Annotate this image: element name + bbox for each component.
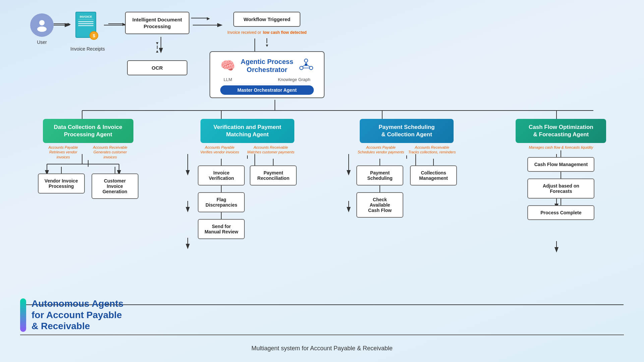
vendor-invoice-box: Vendor InvoiceProcessing [38, 173, 85, 194]
agent1-ap-anno: Accounts PayableRetrieves vendor invoice… [43, 145, 84, 159]
agent4-annotations: Manages cash flow & forecasts liquidity [516, 145, 606, 150]
ocr-box: OCR [127, 60, 187, 75]
payment-scheduling-box: PaymentScheduling [356, 165, 403, 186]
bottom-line [20, 335, 624, 335]
brand-line1: Autonomous Agents [32, 298, 123, 309]
svg-point-32 [37, 26, 47, 32]
network-icon [299, 57, 314, 74]
master-badge: Master Orchestrator Agent [220, 85, 314, 95]
agent3-title: Payment Scheduling& Collection Agent [379, 124, 435, 138]
process-complete-box: Process Complete [527, 205, 594, 220]
invoice-label: Invoice Receipts [70, 46, 105, 52]
agent4-box: Cash Flow Optimization& Forecasting Agen… [516, 119, 606, 143]
adjust-forecasts-box: Adjust based on Forecasts [527, 178, 594, 199]
manual-review-box: Send for Manual Review [198, 219, 245, 239]
llm-label: LLM [224, 77, 232, 82]
brand-text: Autonomous Agents for Account Payable & … [32, 298, 123, 332]
ocr-label: OCR [152, 65, 163, 71]
agent3-box: Payment Scheduling& Collection Agent [360, 119, 454, 143]
svg-line-39 [307, 65, 310, 67]
collections-mgmt-box: CollectionsManagement [410, 165, 457, 186]
payment-reconciliation-box: PaymentReconciliation [250, 165, 297, 186]
agent2-title: Verification and PaymentMatching Agent [214, 124, 281, 138]
idp-label: Intelligent DocumentProcessing [132, 17, 182, 29]
agent1-title: Data Collection & InvoiceProcessing Agen… [54, 124, 122, 138]
orchestrator-box: 🧠 Agentic ProcessOrchestrator [210, 51, 325, 98]
svg-point-36 [305, 63, 307, 66]
idp-box: Intelligent DocumentProcessing [125, 12, 189, 34]
workflow-label: Workflow Triggered [244, 16, 291, 22]
trigger-note2: low cash flow detected [263, 30, 307, 35]
agent1-box: Data Collection & InvoiceProcessing Agen… [43, 119, 133, 143]
brand-line2: for Account Payable [32, 309, 123, 321]
user-icon [30, 13, 54, 37]
customer-invoice-box: Customer InvoiceGeneration [92, 173, 138, 199]
brand-box: Autonomous Agents for Account Payable & … [20, 298, 123, 332]
agent3-column: Payment Scheduling& Collection Agent Acc… [356, 119, 457, 239]
agent2-box: Verification and PaymentMatching Agent [200, 119, 294, 143]
orchestrator-title: Agentic ProcessOrchestrator [241, 58, 293, 74]
agent4-ap-anno: Manages cash flow & forecasts liquidity [529, 145, 593, 150]
agent1-ar-anno: Accounts ReceivableGenerates customer in… [87, 145, 133, 159]
user-node: User [30, 13, 54, 45]
check-cashflow-box: Check AvailableCash Flow [356, 192, 403, 218]
svg-point-33 [304, 59, 308, 62]
agent2-ap-anno: Accounts PayableVerifies vendor invoices [200, 145, 239, 155]
agent2-annotations: Accounts PayableVerifies vendor invoices… [197, 145, 298, 155]
agent2-column: Verification and PaymentMatching Agent A… [197, 119, 298, 239]
agent3-ar-anno: Accounts ReceivableTracks collections, r… [408, 145, 456, 155]
user-label: User [37, 40, 47, 45]
agent1-annotations: Accounts PayableRetrieves vendor invoice… [43, 145, 133, 159]
brain-icon: 🧠 [220, 59, 235, 73]
agent3-annotations: Accounts PayableSchedules vendor payment… [356, 145, 457, 155]
svg-point-34 [300, 66, 303, 70]
workflow-box: Workflow Triggered [233, 12, 300, 27]
agent1-column: Data Collection & InvoiceProcessing Agen… [38, 119, 138, 239]
invoice-icon: INVOICE $ [75, 12, 100, 40]
agent4-column: Cash Flow Optimization& Forecasting Agen… [516, 119, 606, 239]
svg-point-31 [39, 20, 45, 25]
kg-label: Knowlege Graph [278, 77, 310, 82]
agent3-ap-anno: Accounts PayableSchedules vendor payment… [358, 145, 404, 155]
bottom-subtitle: Multiagent system for Account Payable & … [251, 345, 393, 352]
agent4-title: Cash Flow Optimization& Forecasting Agen… [529, 124, 593, 138]
invoice-verification-box: Invoice Verification [198, 165, 245, 186]
svg-line-38 [302, 65, 305, 67]
brand-pill [20, 298, 26, 332]
flag-discrepancies-box: Flag Discrepancies [198, 192, 245, 212]
cashflow-mgmt-box: Cash Flow Management [527, 157, 594, 172]
main-container: User ▶ INVOICE $ Invoice Receipts [0, 0, 644, 362]
agent2-ar-anno: Accounts ReceivableMatches customer paym… [247, 145, 295, 155]
orchestrator-inner: 🧠 Agentic ProcessOrchestrator [220, 57, 314, 74]
orch-sub: LLM Knowlege Graph [220, 77, 314, 82]
trigger-note1: Invoice received or [227, 30, 261, 35]
brand-line3: & Receivable [32, 320, 123, 332]
invoice-receipts-node: INVOICE $ Invoice Receipts [70, 12, 105, 52]
